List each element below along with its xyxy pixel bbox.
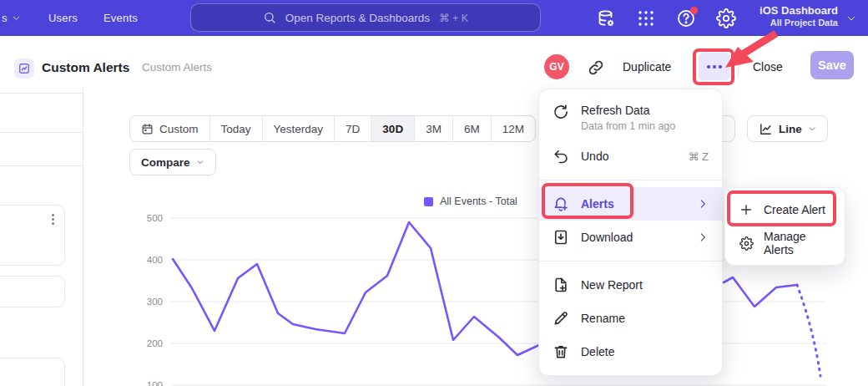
range-7d-label: 7D [346,123,360,135]
y-tick-200: 200 [125,338,163,348]
menu-divider [539,180,722,180]
menu-item-alerts[interactable]: Alerts [539,187,722,221]
refresh-label: Refresh Data [581,104,709,117]
calendar-icon [141,123,154,135]
sidebar-card[interactable] [0,358,65,386]
project-name: iOS Dashboard [760,4,838,17]
alerts-label: Alerts [581,197,697,211]
chevron-down-icon [808,124,816,133]
range-3m-label: 3M [426,123,442,135]
range-yesterday-label: Yesterday [274,123,324,135]
new-report-label: New Report [581,278,709,292]
menu-item-undo[interactable]: Undo ⌘ Z [539,140,722,173]
undo-shortcut: ⌘ Z [688,150,709,163]
chevron-right-icon [697,231,709,243]
sidebar-divider [0,132,83,133]
project-subtitle: All Project Data [760,18,838,28]
nav-users-label: Users [48,12,78,24]
range-7d[interactable]: 7D [334,116,371,141]
range-3m[interactable]: 3M [414,116,452,141]
line-chart-icon [759,122,773,136]
help-icon[interactable] [676,8,696,28]
download-label: Download [581,231,697,244]
apps-grid-icon[interactable] [636,8,656,28]
menu-divider [539,261,722,262]
menu-item-new-report[interactable]: New Report [539,268,722,302]
menu-item-download[interactable]: Download [539,221,722,254]
range-12m[interactable]: 12M [491,116,535,141]
range-today-label: Today [221,123,251,135]
nav-item-events[interactable]: Events [103,12,138,24]
compare-button[interactable]: Compare [129,149,216,175]
chevron-right-icon [697,198,709,210]
chevron-down-icon [846,13,856,23]
menu-item-rename[interactable]: Rename [539,302,722,335]
nav-item-users[interactable]: Users [48,12,78,24]
range-6m-label: 6M [464,123,480,135]
create-alert-label: Create Alert [764,203,825,216]
chart-type-button[interactable]: Line [747,115,828,142]
submenu-item-create-alert[interactable]: Create Alert [725,193,845,226]
alerts-submenu: Create Alert Manage Alerts [724,187,845,266]
avatar[interactable]: GV [544,54,569,79]
chart-type-label: Line [779,123,802,135]
data-management-icon[interactable] [596,8,616,28]
menu-item-refresh-data[interactable]: Refresh Data Data from 1 min ago [539,96,722,140]
breadcrumb[interactable]: Custom Alerts [142,61,212,74]
kebab-menu-icon[interactable] [52,214,54,225]
range-12m-label: 12M [502,123,524,135]
y-tick-300: 300 [125,297,163,307]
range-6m[interactable]: 6M [452,116,491,141]
sidebar-card[interactable] [0,205,65,266]
settings-gear-icon[interactable] [716,8,736,28]
report-icon [14,58,34,79]
legend-swatch [424,197,433,206]
sidebar-divider [0,93,83,94]
refresh-icon [553,104,569,120]
range-custom[interactable]: Custom [130,116,209,141]
header-divider [738,55,739,78]
date-range-control: Custom Today Yesterday 7D 30D 3M 6M 12M [129,115,536,142]
sidebar-divider [0,165,83,166]
file-plus-icon [553,277,569,293]
context-menu: Refresh Data Data from 1 min ago Undo ⌘ … [538,89,723,376]
pencil-icon [553,310,569,327]
project-switcher[interactable]: iOS Dashboard All Project Data [760,4,838,28]
range-yesterday[interactable]: Yesterday [262,116,335,141]
undo-icon [553,148,569,165]
nav-boards-label: s [2,12,8,24]
y-tick-500: 500 [125,213,163,223]
nav-events-label: Events [103,12,138,24]
delete-label: Delete [581,345,709,358]
undo-label: Undo [581,150,688,163]
close-button[interactable]: Close [753,60,783,74]
search-placeholder: Open Reports & Dashboards [285,12,430,24]
submenu-item-manage-alerts[interactable]: Manage Alerts [725,226,845,260]
search-input[interactable]: Open Reports & Dashboards ⌘ + K [190,3,541,32]
chevron-down-icon [12,13,21,23]
download-icon [553,229,569,246]
chart-line-projected [797,285,820,376]
gear-icon [739,236,754,251]
nav-item-boards-partial[interactable]: s [2,12,21,24]
sidebar-card[interactable] [0,276,65,307]
range-today[interactable]: Today [209,116,262,141]
bell-plus-icon [553,196,569,212]
search-shortcut: ⌘ + K [439,12,468,24]
compare-label: Compare [141,156,190,169]
range-custom-label: Custom [159,123,199,135]
notification-dot [690,7,698,14]
range-30d-selected[interactable]: 30D [371,116,414,141]
page-title: Custom Alerts [42,60,129,75]
rename-label: Rename [581,312,709,325]
chart-legend[interactable]: All Events - Total [424,196,517,207]
manage-alerts-label: Manage Alerts [764,230,831,256]
menu-item-delete[interactable]: Delete [539,335,722,368]
y-tick-100: 100 [125,380,163,386]
copy-link-icon[interactable] [587,58,605,77]
search-icon [263,11,276,24]
more-options-button[interactable] [699,53,730,80]
duplicate-button[interactable]: Duplicate [623,60,671,74]
save-button[interactable]: Save [810,51,854,79]
y-tick-400: 400 [125,255,163,265]
